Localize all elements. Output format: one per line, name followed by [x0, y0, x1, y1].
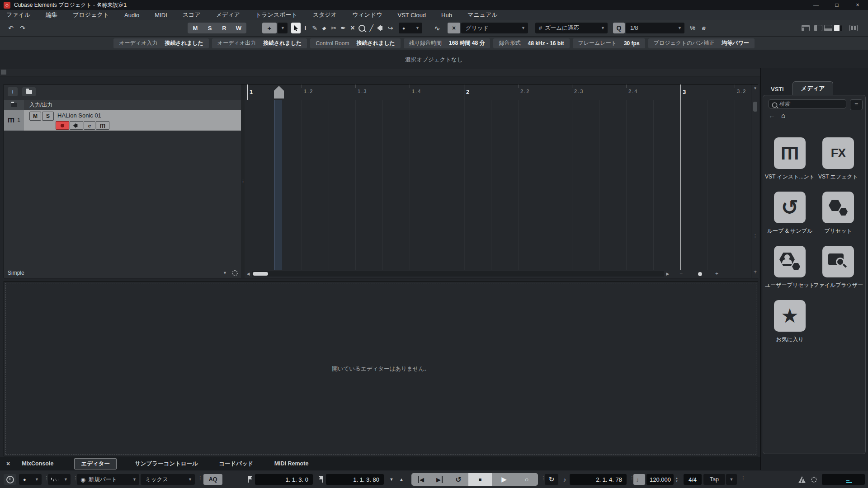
scroll-right-icon[interactable]: ▶ [664, 272, 671, 276]
zoom-out-icon[interactable]: − [679, 271, 683, 277]
cycle-button[interactable]: ↺ [448, 473, 468, 486]
constrain-delay-compensation-button[interactable] [4, 474, 16, 485]
menu-media[interactable]: メディア [216, 11, 240, 19]
close-lower-zone-icon[interactable]: × [6, 460, 10, 467]
erase-tool[interactable]: ◆ [320, 23, 329, 33]
track-solo-button[interactable]: S [42, 112, 54, 121]
go-to-start-button[interactable]: ◀ [411, 473, 430, 486]
snap-type-dropdown[interactable]: グリッド ▼ [461, 23, 528, 33]
open-quantize-panel-button[interactable]: e [699, 23, 709, 33]
right-locator-display[interactable]: 1. 1. 3. 80 [326, 474, 384, 485]
track-name[interactable]: HALion Sonic 01 [57, 112, 101, 119]
retrospective-record-button[interactable]: ↻ [545, 474, 558, 485]
quantize-q-button[interactable]: Q [613, 23, 625, 33]
menu-midi[interactable]: MIDI [155, 12, 167, 19]
autoscroll-dropdown[interactable]: ▼ [278, 23, 288, 33]
redo-button[interactable]: ↷ [17, 23, 28, 33]
use-track-preset-button[interactable] [22, 87, 36, 96]
track-mute-button[interactable]: M [29, 112, 41, 121]
snap-button[interactable]: × [448, 23, 460, 33]
write-automation-button[interactable]: W [231, 25, 246, 32]
audio-record-mode-dropdown[interactable]: ▼ [48, 474, 71, 485]
project-overview-strip[interactable] [0, 69, 760, 76]
horizontal-zoom-slider[interactable]: − + [679, 271, 718, 277]
vertical-zoom-in-icon[interactable]: + [751, 269, 759, 275]
add-track-button[interactable]: + [8, 87, 18, 96]
right-zone-toggle[interactable] [834, 23, 843, 33]
tab-sampler-control[interactable]: サンプラーコントロール [135, 460, 198, 468]
midi-mix-mode-dropdown[interactable]: ミックス ▼ [141, 474, 195, 485]
play-button[interactable]: ▶ [492, 473, 516, 486]
solo-all-button[interactable]: S [203, 25, 217, 32]
vertical-scrollbar[interactable]: ▼ ⋮ + [751, 84, 759, 278]
media-tile-vst-effects[interactable]: FX [822, 137, 854, 169]
media-tile-favorites[interactable]: ★ [774, 300, 806, 332]
track-list-divider[interactable]: ⋮ [241, 84, 245, 278]
zoom-tool[interactable] [357, 23, 367, 33]
menu-transport[interactable]: トランスポート [255, 11, 297, 19]
color-menu[interactable]: ● ▼ [399, 23, 422, 33]
metronome-setup-button[interactable] [809, 474, 819, 485]
left-zone-toggle[interactable] [814, 23, 823, 33]
stop-button[interactable]: ■ [468, 473, 492, 486]
menu-manual[interactable]: マニュアル [467, 11, 498, 19]
menu-file[interactable]: ファイル [6, 11, 30, 19]
scroll-left-icon[interactable]: ◀ [245, 272, 252, 276]
quantize-preset-dropdown[interactable]: 1/8 ▼ [626, 23, 684, 33]
search-input[interactable] [769, 99, 846, 108]
minimize-button[interactable]: — [806, 0, 826, 10]
menu-vst-cloud[interactable]: VST Cloud [397, 12, 426, 19]
preset-dropdown-icon[interactable]: ▼ [223, 271, 227, 275]
primary-time-display[interactable]: 2. 1. 4. 78 [570, 474, 627, 485]
media-tile-loops-samples[interactable]: ↺ [774, 192, 806, 223]
draw-tool[interactable]: ✎ [310, 23, 320, 33]
tab-mixconsole[interactable]: MixConsole [22, 460, 53, 467]
vscroll-thumb[interactable] [753, 102, 757, 112]
tap-tempo-button[interactable]: Tap [703, 474, 725, 485]
track-controls-preset-name[interactable]: Simple [8, 270, 24, 276]
media-tile-presets[interactable] [822, 192, 854, 223]
tab-midi-remote[interactable]: MIDI Remote [274, 460, 309, 467]
read-automation-button[interactable]: R [217, 25, 231, 32]
left-locator-display[interactable]: 1. 1. 3. 0 [255, 474, 313, 485]
range-selection-tool[interactable]: I [301, 23, 310, 33]
menu-hub[interactable]: Hub [441, 12, 452, 19]
undo-button[interactable]: ↶ [5, 23, 16, 33]
tempo-spinner[interactable]: ▲ ▼ [674, 474, 679, 485]
record-mode-dropdown[interactable]: ● ▼ [19, 474, 42, 485]
zoom-presets-icon[interactable]: ▼ [751, 86, 759, 90]
menu-studio[interactable]: スタジオ [313, 11, 337, 19]
automation-follows-events-button[interactable]: ∿ [430, 23, 444, 33]
tap-tempo-dropdown[interactable]: ▼ [726, 474, 737, 485]
tempo-display[interactable]: 120.000 [646, 474, 674, 485]
record-format-chip[interactable]: 録音形式48 kHz - 16 bit [493, 38, 569, 48]
iterative-quantize-button[interactable]: % [687, 23, 698, 33]
close-button[interactable]: × [847, 0, 868, 10]
gear-icon[interactable] [232, 270, 238, 276]
menu-window[interactable]: ウィンドウ [352, 11, 382, 19]
instrument-track-row[interactable]: Ш 1 M S HALion Sonic 01 e Ш [4, 110, 241, 131]
midi-record-mode-dropdown[interactable]: ◉ 新規パート ▼ [77, 474, 139, 485]
line-tool[interactable]: ╱ [367, 23, 376, 33]
go-to-end-button[interactable]: ▶ [430, 473, 448, 486]
punch-out-button[interactable]: ▲ [397, 474, 406, 485]
timeline-grid[interactable] [245, 100, 751, 270]
zoom-in-icon[interactable]: + [715, 271, 718, 277]
io-folder-track[interactable]: 入力/出力 [4, 100, 241, 110]
media-tile-user-presets[interactable] [774, 246, 806, 277]
list-view-button[interactable]: ≡ [850, 99, 863, 110]
grid-type-dropdown[interactable]: # ズームに適応 ▼ [535, 23, 608, 33]
zoom-slider-handle[interactable] [698, 272, 702, 276]
punch-in-button[interactable]: ▼ [387, 474, 396, 485]
track-type-stub[interactable]: Ш 1 [4, 110, 24, 131]
menu-project[interactable]: プロジェクト [73, 11, 109, 19]
color-tool[interactable]: ↪ [386, 23, 395, 33]
horizontal-scrollbar[interactable]: ◀ ▶ − + [245, 270, 751, 278]
overview-thumb[interactable] [1, 70, 6, 75]
metronome-button[interactable] [797, 474, 807, 485]
control-room-chip[interactable]: Control Room接続されました [310, 38, 400, 48]
tab-media[interactable]: メディア [793, 81, 833, 95]
maximize-button[interactable]: □ [826, 0, 847, 10]
pan-law-chip[interactable]: プロジェクトのパン補正均等パワー [648, 38, 755, 48]
lower-zone-toggle[interactable] [824, 23, 833, 33]
